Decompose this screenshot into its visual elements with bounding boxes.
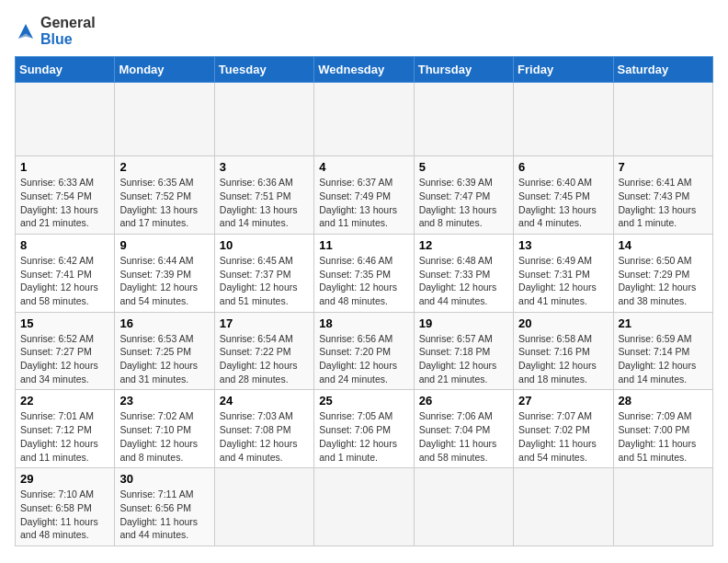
calendar-cell: 16Sunrise: 6:53 AMSunset: 7:25 PMDayligh… <box>115 312 214 390</box>
calendar-cell <box>414 83 513 156</box>
calendar-cell: 8Sunrise: 6:42 AMSunset: 7:41 PMDaylight… <box>16 234 115 312</box>
logo: General Blue <box>15 15 96 47</box>
day-info: Sunrise: 6:57 AMSunset: 7:18 PMDaylight:… <box>419 332 508 386</box>
calendar-cell: 3Sunrise: 6:36 AMSunset: 7:51 PMDaylight… <box>214 156 313 235</box>
calendar-cell <box>16 83 115 156</box>
day-number: 26 <box>419 394 508 408</box>
calendar-cell: 26Sunrise: 7:06 AMSunset: 7:04 PMDayligh… <box>414 390 513 468</box>
logo-icon <box>15 20 37 42</box>
day-number: 29 <box>20 472 109 486</box>
calendar-cell: 2Sunrise: 6:35 AMSunset: 7:52 PMDaylight… <box>115 156 214 235</box>
calendar-cell: 5Sunrise: 6:39 AMSunset: 7:47 PMDaylight… <box>414 156 513 235</box>
day-number: 22 <box>20 394 109 408</box>
day-info: Sunrise: 6:50 AMSunset: 7:29 PMDaylight:… <box>619 254 708 308</box>
day-info: Sunrise: 7:05 AMSunset: 7:06 PMDaylight:… <box>319 409 408 464</box>
day-info: Sunrise: 6:40 AMSunset: 7:45 PMDaylight:… <box>518 176 608 230</box>
calendar-cell <box>314 468 414 546</box>
week-row-4: 15Sunrise: 6:52 AMSunset: 7:27 PMDayligh… <box>16 312 713 390</box>
day-info: Sunrise: 6:36 AMSunset: 7:51 PMDaylight:… <box>220 176 309 230</box>
calendar-cell: 9Sunrise: 6:44 AMSunset: 7:39 PMDaylight… <box>115 234 214 312</box>
header-saturday: Saturday <box>613 57 712 83</box>
calendar-cell <box>214 468 313 546</box>
day-info: Sunrise: 6:52 AMSunset: 7:27 PMDaylight:… <box>20 332 109 386</box>
day-number: 17 <box>220 316 309 330</box>
day-info: Sunrise: 7:09 AMSunset: 7:00 PMDaylight:… <box>619 409 708 464</box>
calendar-cell: 13Sunrise: 6:49 AMSunset: 7:31 PMDayligh… <box>514 234 613 312</box>
calendar-cell <box>613 83 712 156</box>
day-info: Sunrise: 7:02 AMSunset: 7:10 PMDaylight:… <box>119 409 209 464</box>
day-info: Sunrise: 6:44 AMSunset: 7:39 PMDaylight:… <box>119 254 209 308</box>
day-number: 2 <box>119 160 209 174</box>
calendar-cell: 10Sunrise: 6:45 AMSunset: 7:37 PMDayligh… <box>214 234 313 312</box>
day-number: 14 <box>619 238 708 252</box>
day-number: 18 <box>319 316 408 330</box>
day-info: Sunrise: 6:49 AMSunset: 7:31 PMDaylight:… <box>518 254 608 308</box>
calendar-cell: 1Sunrise: 6:33 AMSunset: 7:54 PMDaylight… <box>16 156 115 235</box>
day-number: 15 <box>20 316 109 330</box>
header-wednesday: Wednesday <box>314 57 414 83</box>
day-number: 21 <box>619 316 708 330</box>
calendar-cell: 27Sunrise: 7:07 AMSunset: 7:02 PMDayligh… <box>514 390 613 468</box>
calendar-cell: 22Sunrise: 7:01 AMSunset: 7:12 PMDayligh… <box>16 390 115 468</box>
day-info: Sunrise: 7:11 AMSunset: 6:56 PMDaylight:… <box>119 488 209 542</box>
calendar-cell: 12Sunrise: 6:48 AMSunset: 7:33 PMDayligh… <box>414 234 513 312</box>
day-number: 6 <box>518 160 608 174</box>
calendar-cell: 28Sunrise: 7:09 AMSunset: 7:00 PMDayligh… <box>613 390 712 468</box>
day-info: Sunrise: 6:53 AMSunset: 7:25 PMDaylight:… <box>119 332 209 386</box>
day-info: Sunrise: 6:58 AMSunset: 7:16 PMDaylight:… <box>518 332 608 386</box>
day-number: 19 <box>419 316 508 330</box>
day-info: Sunrise: 6:45 AMSunset: 7:37 PMDaylight:… <box>220 254 309 308</box>
calendar-cell: 17Sunrise: 6:54 AMSunset: 7:22 PMDayligh… <box>214 312 313 390</box>
day-number: 1 <box>20 160 109 174</box>
day-number: 8 <box>20 238 109 252</box>
day-number: 3 <box>220 160 309 174</box>
day-number: 9 <box>119 238 209 252</box>
week-row-3: 8Sunrise: 6:42 AMSunset: 7:41 PMDaylight… <box>16 234 713 312</box>
calendar-cell: 15Sunrise: 6:52 AMSunset: 7:27 PMDayligh… <box>16 312 115 390</box>
day-info: Sunrise: 6:39 AMSunset: 7:47 PMDaylight:… <box>419 176 508 230</box>
calendar-cell <box>115 83 214 156</box>
header-row: SundayMondayTuesdayWednesdayThursdayFrid… <box>16 57 713 83</box>
calendar-cell <box>314 83 414 156</box>
day-info: Sunrise: 7:03 AMSunset: 7:08 PMDaylight:… <box>220 409 309 464</box>
day-info: Sunrise: 7:01 AMSunset: 7:12 PMDaylight:… <box>20 409 109 464</box>
day-number: 30 <box>119 472 209 486</box>
calendar-cell: 20Sunrise: 6:58 AMSunset: 7:16 PMDayligh… <box>514 312 613 390</box>
day-number: 24 <box>220 394 309 408</box>
day-info: Sunrise: 7:06 AMSunset: 7:04 PMDaylight:… <box>419 409 508 464</box>
week-row-2: 1Sunrise: 6:33 AMSunset: 7:54 PMDaylight… <box>16 156 713 235</box>
week-row-6: 29Sunrise: 7:10 AMSunset: 6:58 PMDayligh… <box>16 468 713 546</box>
day-number: 28 <box>619 394 708 408</box>
day-number: 11 <box>319 238 408 252</box>
day-number: 16 <box>119 316 209 330</box>
week-row-5: 22Sunrise: 7:01 AMSunset: 7:12 PMDayligh… <box>16 390 713 468</box>
calendar-cell <box>613 468 712 546</box>
calendar-cell: 6Sunrise: 6:40 AMSunset: 7:45 PMDaylight… <box>514 156 613 235</box>
calendar-cell <box>414 468 513 546</box>
calendar-cell: 19Sunrise: 6:57 AMSunset: 7:18 PMDayligh… <box>414 312 513 390</box>
header-sunday: Sunday <box>16 57 115 83</box>
day-info: Sunrise: 7:10 AMSunset: 6:58 PMDaylight:… <box>20 488 109 542</box>
day-number: 5 <box>419 160 508 174</box>
calendar-cell: 23Sunrise: 7:02 AMSunset: 7:10 PMDayligh… <box>115 390 214 468</box>
day-info: Sunrise: 6:33 AMSunset: 7:54 PMDaylight:… <box>20 176 109 230</box>
header-thursday: Thursday <box>414 57 513 83</box>
day-info: Sunrise: 6:48 AMSunset: 7:33 PMDaylight:… <box>419 254 508 308</box>
day-info: Sunrise: 6:35 AMSunset: 7:52 PMDaylight:… <box>119 176 209 230</box>
day-info: Sunrise: 6:59 AMSunset: 7:14 PMDaylight:… <box>619 332 708 386</box>
day-number: 20 <box>518 316 608 330</box>
day-number: 27 <box>518 394 608 408</box>
day-info: Sunrise: 6:56 AMSunset: 7:20 PMDaylight:… <box>319 332 408 386</box>
header-monday: Monday <box>115 57 214 83</box>
day-number: 23 <box>119 394 209 408</box>
day-info: Sunrise: 7:07 AMSunset: 7:02 PMDaylight:… <box>518 409 608 464</box>
day-info: Sunrise: 6:54 AMSunset: 7:22 PMDaylight:… <box>220 332 309 386</box>
day-number: 7 <box>619 160 708 174</box>
day-number: 4 <box>319 160 408 174</box>
logo-text: General Blue <box>40 15 96 47</box>
calendar-cell: 25Sunrise: 7:05 AMSunset: 7:06 PMDayligh… <box>314 390 414 468</box>
day-info: Sunrise: 6:37 AMSunset: 7:49 PMDaylight:… <box>319 176 408 230</box>
calendar-cell: 11Sunrise: 6:46 AMSunset: 7:35 PMDayligh… <box>314 234 414 312</box>
header-friday: Friday <box>514 57 613 83</box>
day-number: 25 <box>319 394 408 408</box>
